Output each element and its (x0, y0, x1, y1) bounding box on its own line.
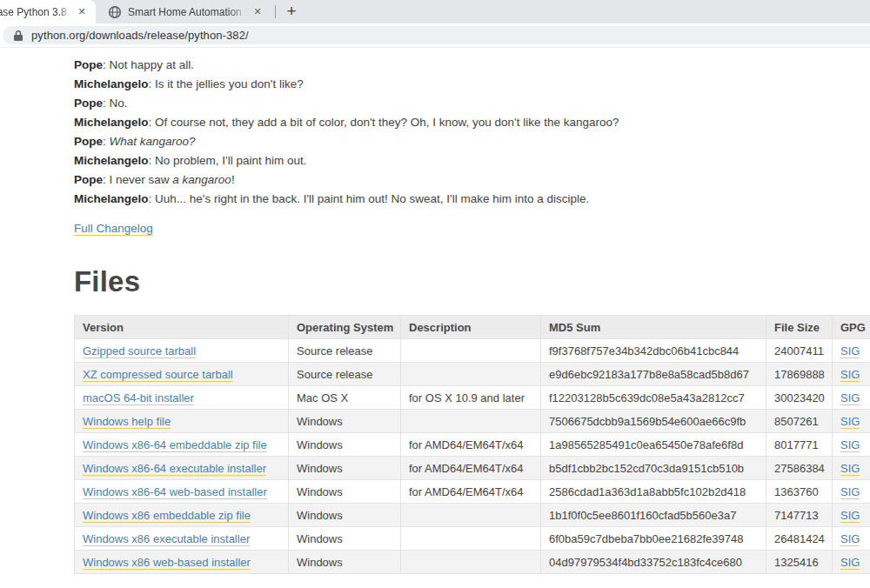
os-cell: Mac OS X (289, 386, 401, 410)
version-link[interactable]: Windows x86 executable installer (83, 532, 250, 546)
full-changelog-link[interactable]: Full Changelog (74, 222, 153, 236)
dialogue-line: Michelangelo: Uuh... he's right in the b… (74, 190, 870, 209)
version-link[interactable]: Windows x86 web-based installer (83, 556, 251, 570)
version-link[interactable]: Gzipped source tarball (83, 344, 196, 358)
os-cell: Windows (289, 433, 401, 457)
filesize-cell: 24007411 (766, 339, 833, 363)
new-tab-button[interactable]: + (281, 1, 302, 22)
table-row: XZ compressed source tarball Source rele… (75, 363, 870, 386)
version-link[interactable]: Windows x86-64 web-based installer (83, 485, 267, 499)
filesize-cell: 8507261 (766, 410, 833, 433)
md5-cell: 7506675dcbb9a1569b54e600ae66c9fb (541, 410, 766, 433)
dialogue-line: Michelangelo: No problem, I'll paint him… (74, 151, 870, 170)
sig-link[interactable]: SIG (840, 438, 860, 452)
filesize-cell: 7147713 (766, 504, 833, 527)
files-table: Version Operating System Description MD5… (74, 315, 870, 574)
column-header-filesize: File Size (766, 316, 833, 339)
column-header-md5: MD5 Sum (541, 316, 766, 339)
sig-link[interactable]: SIG (840, 485, 860, 499)
dialogue-block: Pope: Not happy at all. Michelangelo: Is… (74, 56, 870, 209)
os-cell: Windows (289, 527, 401, 551)
filesize-cell: 30023420 (766, 386, 833, 410)
browser-toolbar: python.org/downloads/release/python-382/ (0, 23, 870, 48)
speaker-name: Pope (74, 58, 103, 71)
description-cell: for AMD64/EM64T/x64 (401, 480, 541, 504)
sig-link[interactable]: SIG (840, 532, 860, 546)
speaker-name: Pope (74, 97, 103, 110)
page-content: Pope: Not happy at all. Michelangelo: Is… (0, 48, 870, 574)
close-icon[interactable]: ✕ (251, 5, 264, 19)
version-link[interactable]: Windows help file (83, 415, 171, 429)
filesize-cell: 17869888 (766, 363, 833, 386)
sig-link[interactable]: SIG (840, 556, 860, 570)
description-cell (401, 363, 541, 386)
table-row: Windows x86 executable installer Windows… (75, 527, 870, 551)
description-cell: for AMD64/EM64T/x64 (401, 433, 541, 457)
md5-cell: 1a98565285491c0ea65450e78afe6f8d (541, 433, 766, 457)
os-cell: Windows (289, 410, 401, 433)
filesize-cell: 1363760 (766, 480, 833, 504)
description-cell (401, 551, 541, 574)
url-bar[interactable]: python.org/downloads/release/python-382/ (3, 26, 870, 44)
speaker-name: Michelangelo (74, 192, 149, 205)
sig-link[interactable]: SIG (840, 509, 860, 523)
filesize-cell: 8017771 (766, 433, 833, 457)
url-text: python.org/downloads/release/python-382/ (31, 29, 249, 42)
version-link[interactable]: macOS 64-bit installer (83, 391, 194, 405)
description-cell (401, 339, 541, 363)
tab-smart-home[interactable]: Smart Home Automation Syst ✕ (101, 0, 271, 23)
sig-link[interactable]: SIG (840, 391, 860, 405)
description-cell (401, 504, 541, 527)
table-row: Windows x86-64 executable installer Wind… (75, 457, 870, 480)
speaker-name: Pope (74, 135, 103, 148)
table-row: Windows x86-64 web-based installer Windo… (75, 480, 870, 504)
md5-cell: 04d97979534f4bd33752c183fc4ce680 (541, 551, 766, 574)
version-link[interactable]: Windows x86-64 executable installer (83, 462, 266, 476)
os-cell: Source release (289, 363, 401, 386)
md5-cell: 1b1f0f0c5ee8601f160cfad5b560e3a7 (541, 504, 766, 527)
md5-cell: 2586cdad1a363d1a8abb5fc102b2d418 (541, 480, 766, 504)
files-heading: Files (74, 265, 870, 298)
os-cell: Windows (289, 504, 401, 527)
speaker-name: Michelangelo (74, 116, 149, 129)
speaker-name: Michelangelo (74, 77, 149, 90)
os-cell: Windows (289, 551, 401, 574)
version-link[interactable]: Windows x86 embeddable zip file (83, 509, 251, 523)
version-link[interactable]: XZ compressed source tarball (83, 368, 233, 382)
lock-icon[interactable] (13, 30, 23, 42)
sig-link[interactable]: SIG (840, 368, 860, 382)
sig-link[interactable]: SIG (840, 415, 860, 429)
table-row: Windows x86-64 embeddable zip file Windo… (75, 433, 870, 457)
column-header-version: Version (75, 316, 289, 339)
md5-cell: e9d6ebc92183a177b8e8a58cad5b8d67 (541, 363, 766, 386)
os-cell: Source release (289, 339, 401, 363)
close-icon[interactable]: ✕ (75, 5, 89, 19)
table-row: Windows help file Windows 7506675dcbb9a1… (75, 410, 870, 433)
column-header-description: Description (401, 316, 541, 339)
dialogue-line: Michelangelo: Is it the jellies you don'… (74, 75, 870, 94)
os-cell: Windows (289, 480, 401, 504)
tab-title: Smart Home Automation Syst (128, 6, 247, 18)
dialogue-line: Pope: Not happy at all. (74, 56, 870, 75)
version-link[interactable]: Windows x86-64 embeddable zip file (83, 438, 267, 452)
table-row: Gzipped source tarball Source release f9… (75, 339, 870, 363)
md5-cell: f9f3768f757e34b342dbc06b41cbc844 (541, 339, 766, 363)
browser-tab-strip: ease Python 3.8.2 | ✕ Smart Home Automat… (0, 0, 870, 23)
os-cell: Windows (289, 457, 401, 480)
column-header-os: Operating System (289, 316, 401, 339)
column-header-gpg: GPG (833, 316, 870, 339)
table-header-row: Version Operating System Description MD5… (75, 316, 870, 339)
md5-cell: b5df1cbb2bc152cd70c3da9151cb510b (541, 457, 766, 480)
md5-cell: 6f0ba59c7dbeba7bb0ee21682fe39748 (541, 527, 766, 551)
description-cell (401, 527, 541, 551)
sig-link[interactable]: SIG (840, 462, 860, 476)
filesize-cell: 1325416 (766, 551, 833, 574)
speaker-name: Pope (74, 173, 103, 186)
table-row: Windows x86 embeddable zip file Windows … (75, 504, 870, 527)
globe-icon (108, 5, 122, 19)
description-cell: for OS X 10.9 and later (401, 386, 541, 410)
table-row: Windows x86 web-based installer Windows … (75, 551, 870, 574)
tab-python-release[interactable]: ease Python 3.8.2 | ✕ (0, 0, 96, 23)
dialogue-line: Pope: I never saw a kangaroo! (74, 170, 870, 190)
sig-link[interactable]: SIG (840, 344, 860, 358)
